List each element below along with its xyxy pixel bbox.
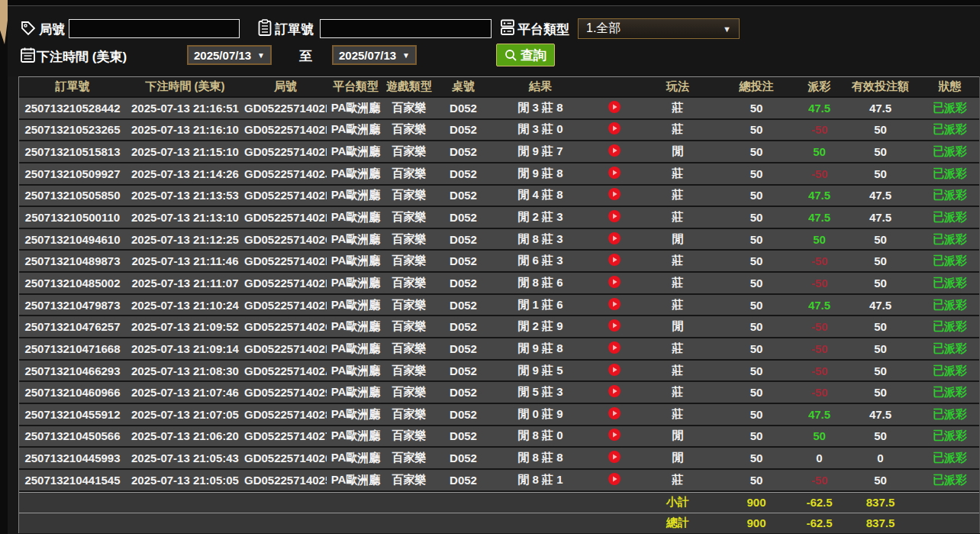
cell-platform: PA歐洲廳 [327,319,385,334]
replay-play-icon[interactable] [608,451,621,463]
cell-order: 250713210528442 [19,102,126,115]
replay-play-icon[interactable] [608,122,621,134]
cell-table-no: D052 [434,364,493,377]
date-to-value: 2025/07/13 [339,49,396,62]
replay-play-icon[interactable] [608,341,621,354]
window-top-strip [0,0,980,6]
table-row: 2507132105058502025-07-13 21:13:53GD0522… [19,186,979,208]
cell-round: GD0522571402I [244,189,327,202]
cell-platform: PA歐洲廳 [327,167,385,181]
platform-type-select[interactable]: 1.全部 ▼ [578,18,740,39]
replay-play-icon[interactable] [608,167,621,179]
cell-total-bet: 50 [714,451,798,464]
column-header: 結果 [493,79,588,94]
round-number-input[interactable] [69,19,240,38]
cell-play-type: 莊 [641,385,714,400]
subtotal-row-label: 小計 [641,495,714,510]
cell-valid-bet: 50 [840,254,920,267]
grand-total-row: 總計900-62.5837.5 [19,513,979,533]
cell-status: 已派彩 [920,407,979,422]
cell-result: 閒 8 莊 6 [493,276,588,290]
cell-table-no: D052 [434,451,493,464]
cell-status: 已派彩 [920,341,979,356]
cell-play-type: 莊 [641,473,714,487]
cell-bet-time: 2025-07-13 21:15:10 [126,145,244,158]
cell-play-type: 莊 [641,210,714,225]
cell-table-no: D052 [434,386,493,399]
cell-play-type: 莊 [641,101,714,115]
cell-table-no: D052 [434,123,493,136]
collapsed-sidebar-strip [0,0,8,534]
replay-play-icon[interactable] [608,319,621,332]
cell-result: 閒 8 莊 0 [493,429,588,443]
table-row: 2507132104946102025-07-13 21:12:25GD0522… [19,229,979,251]
cell-status: 已派彩 [920,473,979,487]
cell-play-type: 莊 [641,298,714,312]
table-row: 2507132104459932025-07-13 21:05:43GD0522… [19,448,979,470]
cell-bet-time: 2025-07-13 21:11:07 [126,277,244,290]
replay-play-icon[interactable] [608,298,621,310]
replay-button [588,254,641,268]
cell-order: 250713210466293 [19,364,126,377]
order-number-input[interactable] [320,19,492,38]
server-stack-icon [499,18,516,37]
cell-payout: 47.5 [798,102,840,115]
cell-status: 已派彩 [920,122,979,137]
replay-play-icon[interactable] [608,429,621,441]
cell-table-no: D052 [434,167,493,180]
table-row: 2507132104762572025-07-13 21:09:52GD0522… [19,316,979,338]
replay-button [588,101,641,115]
cell-table-no: D052 [434,233,493,246]
replay-play-icon[interactable] [608,188,621,200]
column-header: 遊戲類型 [385,79,434,94]
calendar-icon [20,47,36,63]
date-from-select[interactable]: 2025/07/13 ▼ [187,45,272,65]
replay-play-icon[interactable] [608,232,621,244]
subtotal-row-payout: -62.5 [798,496,840,509]
replay-play-icon[interactable] [608,101,621,113]
cell-result: 閒 5 莊 3 [493,385,588,400]
column-header: 下注時間 (美東) [126,79,244,94]
date-to-select[interactable]: 2025/07/13 ▼ [332,45,417,65]
cell-payout: -50 [798,320,840,333]
cell-valid-bet: 50 [840,342,920,355]
cell-result: 閒 2 莊 3 [493,210,588,225]
table-row: 2507132105284422025-07-13 21:16:51GD0522… [19,98,979,120]
cell-platform: PA歐洲廳 [327,210,385,225]
cell-round: GD0522571402G [244,233,327,246]
cell-platform: PA歐洲廳 [327,407,385,422]
cell-round: GD0522571402J [244,167,327,180]
cell-status: 已派彩 [920,232,979,247]
replay-play-icon[interactable] [608,144,621,157]
replay-play-icon[interactable] [608,385,621,397]
cell-total-bet: 50 [714,408,798,421]
grand-total-row-payout: -62.5 [798,516,840,529]
replay-play-icon[interactable] [608,276,621,288]
replay-play-icon[interactable] [608,407,621,419]
cell-platform: PA歐洲廳 [327,144,385,159]
cell-table-no: D052 [434,342,493,355]
cell-result: 閒 1 莊 6 [493,298,588,312]
replay-play-icon[interactable] [608,210,621,222]
cell-play-type: 莊 [641,254,714,268]
cell-valid-bet: 0 [840,451,920,464]
replay-button [588,473,641,487]
cell-play-type: 莊 [641,276,714,290]
cell-platform: PA歐洲廳 [327,101,385,115]
search-button[interactable]: 查詢 [496,44,555,66]
replay-play-icon[interactable] [608,364,621,376]
cell-round: GD05225714026 [244,451,327,464]
cell-round: GD0522571402C [244,320,327,333]
cell-game-type: 百家樂 [385,122,434,137]
chevron-down-icon: ▼ [402,51,410,60]
cell-order: 250713210505850 [19,189,126,202]
cell-play-type: 莊 [641,188,714,202]
cell-valid-bet: 50 [840,145,920,158]
cell-bet-time: 2025-07-13 21:12:25 [126,233,244,246]
cell-bet-time: 2025-07-13 21:07:46 [126,386,244,399]
cell-order: 250713210445993 [19,451,126,464]
date-from-value: 2025/07/13 [194,49,251,62]
cell-result: 閒 0 莊 9 [493,407,588,422]
replay-play-icon[interactable] [608,473,621,485]
replay-play-icon[interactable] [608,254,621,266]
